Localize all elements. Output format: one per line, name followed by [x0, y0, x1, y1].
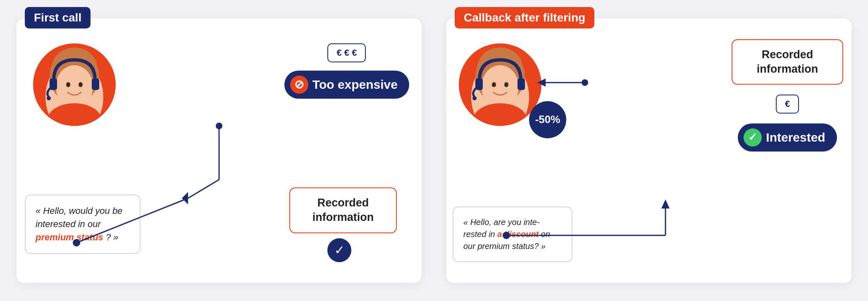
- svg-point-20: [492, 82, 496, 87]
- svg-point-28: [582, 79, 588, 86]
- svg-point-21: [504, 82, 508, 87]
- callback-panel: Callback after filtering: [446, 19, 851, 283]
- callback-badge: Callback after filtering: [455, 7, 594, 28]
- right-area: € € € ⊘ Too expensive: [284, 43, 409, 99]
- svg-point-19: [482, 65, 519, 108]
- check-circle: ✓: [327, 238, 351, 262]
- no-icon: ⊘: [290, 76, 308, 94]
- recorded-info-box-2: Recorded information: [732, 39, 843, 85]
- interested-badge: ✓ Interested: [738, 123, 837, 152]
- svg-point-4: [66, 82, 70, 87]
- recorded-info-box: Recorded information: [289, 187, 397, 233]
- svg-rect-24: [517, 78, 525, 90]
- euro-tag: €: [776, 95, 799, 114]
- too-expensive-badge: ⊘ Too expensive: [284, 71, 409, 99]
- avatar: [29, 39, 120, 130]
- right-area-2: Recorded information € ✓ Interested: [732, 39, 843, 152]
- svg-point-25: [472, 96, 477, 100]
- price-tag: € € €: [327, 43, 366, 62]
- svg-point-15: [216, 123, 222, 129]
- svg-rect-8: [92, 78, 99, 90]
- svg-marker-32: [661, 199, 670, 209]
- speech-bubble-2: « Hello, are you inte-rested in a discou…: [453, 206, 572, 262]
- check-icon: ✓: [744, 128, 762, 147]
- speech-bubble: « Hello, would you be interested in our …: [25, 194, 141, 254]
- discount-badge: -50%: [529, 101, 566, 138]
- svg-point-3: [56, 65, 93, 108]
- svg-line-13: [188, 180, 219, 198]
- svg-point-5: [79, 82, 83, 87]
- svg-marker-14: [182, 192, 188, 204]
- first-call-panel: First call: [17, 19, 422, 283]
- first-call-badge: First call: [25, 7, 91, 28]
- svg-point-9: [47, 96, 51, 100]
